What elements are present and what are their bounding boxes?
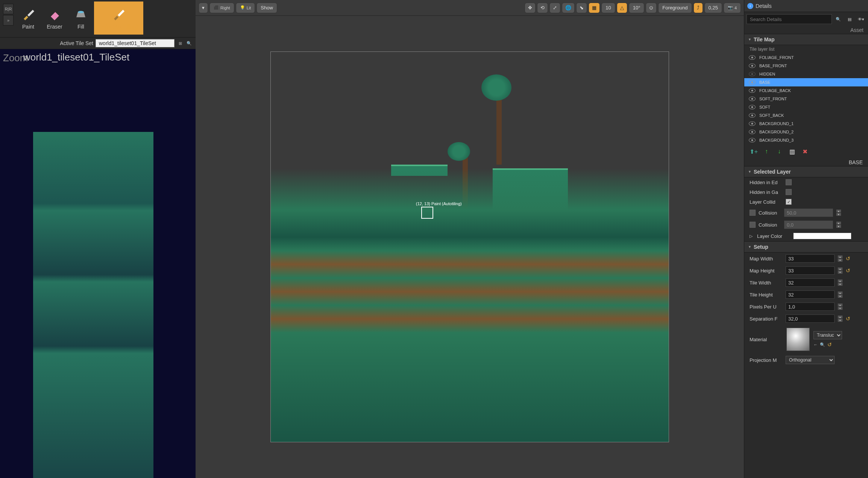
tileset-viewport[interactable]: Zoom world1_tileset01_TileSet bbox=[0, 49, 196, 478]
camera-speed-icon[interactable]: ⤴ bbox=[693, 3, 703, 13]
visibility-eye-icon[interactable] bbox=[749, 80, 756, 85]
hidden-game-checkbox[interactable] bbox=[786, 189, 792, 195]
visibility-eye-icon[interactable] bbox=[749, 138, 756, 142]
move-gizmo-button[interactable]: ✥ bbox=[525, 3, 536, 13]
spinner[interactable]: ▴▾ bbox=[838, 291, 843, 298]
pixels-per-unit-input[interactable] bbox=[786, 303, 835, 311]
visibility-eye-icon[interactable] bbox=[749, 121, 756, 126]
reset-icon[interactable]: ↺ bbox=[846, 256, 850, 262]
layer-item-foliage_back[interactable]: FOLIAGE_BACK bbox=[744, 86, 868, 95]
perspective-button[interactable]: ⬛Right bbox=[209, 3, 234, 13]
visibility-eye-icon[interactable] bbox=[749, 105, 756, 109]
eye-dropdown-icon[interactable]: 👁▾ bbox=[856, 14, 866, 24]
spinner[interactable]: ▴▾ bbox=[838, 267, 843, 274]
camera-count[interactable]: 📷4 bbox=[724, 3, 741, 13]
reset-icon[interactable]: ↺ bbox=[827, 342, 832, 348]
paint-tool[interactable]: Paint bbox=[15, 2, 41, 35]
layer-name: BASE_FRONT bbox=[759, 64, 787, 68]
material-dropdown[interactable]: Transluc bbox=[813, 331, 842, 339]
grid-snap-button[interactable]: ▦ bbox=[589, 3, 600, 13]
section-setup[interactable]: Setup bbox=[744, 241, 868, 253]
angle-snap-value[interactable]: 10° bbox=[629, 3, 645, 13]
reset-icon[interactable]: ↺ bbox=[846, 268, 850, 274]
lit-button[interactable]: 💡Lit bbox=[236, 3, 255, 13]
hidden-editor-checkbox[interactable] bbox=[786, 179, 792, 185]
spinner[interactable]: ▴▾ bbox=[838, 315, 843, 322]
material-thumbnail[interactable] bbox=[786, 328, 810, 351]
mirror-horizontal-button[interactable]: R|R bbox=[3, 4, 14, 14]
layer-item-background_1[interactable]: BACKGROUND_1 bbox=[744, 120, 868, 128]
grid-snap-value[interactable]: 10 bbox=[601, 3, 615, 13]
eraser-tool[interactable]: Eraser bbox=[41, 2, 68, 35]
show-button[interactable]: Show bbox=[256, 3, 277, 13]
layer-item-foliage_front[interactable]: FOLIAGE_FRONT bbox=[744, 53, 868, 62]
tileset-dropdown[interactable]: world1_tileset01_TileSet bbox=[96, 39, 175, 47]
expand-icon[interactable]: ▷ bbox=[750, 234, 753, 239]
viewport-options-button[interactable]: ▾ bbox=[199, 3, 208, 13]
visibility-eye-icon[interactable] bbox=[749, 88, 756, 93]
delete-layer-icon[interactable]: ✖ bbox=[801, 147, 809, 156]
spinner[interactable]: ▴▾ bbox=[838, 255, 843, 262]
collision-thickness-input[interactable] bbox=[784, 209, 833, 217]
layer-item-soft_back[interactable]: SOFT_BACK bbox=[744, 111, 868, 120]
fill-tool[interactable]: Fill bbox=[68, 2, 94, 35]
angle-snap-button[interactable]: △ bbox=[617, 3, 627, 13]
tile-width-input[interactable] bbox=[786, 278, 835, 287]
map-height-input[interactable] bbox=[786, 266, 835, 275]
scale-snap-button[interactable]: ⊙ bbox=[646, 3, 657, 13]
magnifier-icon[interactable]: 🔍 bbox=[186, 40, 193, 47]
tilemap-canvas[interactable]: (12, 13) Paint (Autotiling) bbox=[270, 51, 669, 442]
tile-height-input[interactable] bbox=[786, 290, 835, 299]
collision-offset-input[interactable] bbox=[784, 221, 833, 229]
layer-mode-button[interactable]: Foreground bbox=[658, 3, 692, 13]
collision-off-enable[interactable] bbox=[750, 222, 756, 228]
browse-icon[interactable]: 🔍 bbox=[820, 342, 825, 347]
reset-icon[interactable]: ↺ bbox=[846, 316, 850, 322]
camera-speed-value[interactable]: 0,25 bbox=[704, 3, 722, 13]
visibility-eye-icon[interactable] bbox=[749, 130, 756, 134]
surface-snap-button[interactable]: ⬊ bbox=[576, 3, 587, 13]
spinner[interactable]: ▴▾ bbox=[836, 209, 841, 216]
layer-collides-checkbox[interactable] bbox=[786, 199, 792, 205]
collision-thick-enable[interactable] bbox=[750, 210, 756, 216]
search-icon[interactable]: 🔍 bbox=[833, 14, 843, 24]
scale-gizmo-button[interactable]: ⤢ bbox=[549, 3, 560, 13]
add-layer-icon[interactable]: ⬆+ bbox=[750, 147, 758, 156]
visibility-eye-icon[interactable] bbox=[749, 55, 756, 60]
visibility-eye-icon[interactable] bbox=[749, 113, 756, 118]
world-local-button[interactable]: 🌐 bbox=[562, 3, 575, 13]
layer-item-hidden[interactable]: HIDDEN bbox=[744, 70, 868, 78]
separation-input[interactable] bbox=[786, 315, 835, 323]
map-width-input[interactable] bbox=[786, 254, 835, 263]
spinner[interactable]: ▴▾ bbox=[838, 303, 843, 310]
move-down-icon[interactable]: ↓ bbox=[775, 147, 783, 156]
layer-item-base[interactable]: BASE bbox=[744, 78, 868, 86]
spinner[interactable]: ▴▾ bbox=[836, 221, 841, 228]
bucket-icon bbox=[73, 6, 89, 22]
layer-color-swatch[interactable] bbox=[793, 233, 851, 239]
autotile-tool[interactable]: Paint (Autotiling) bbox=[94, 2, 143, 35]
layer-item-soft_front[interactable]: SOFT_FRONT bbox=[744, 95, 868, 103]
layer-item-background_3[interactable]: BACKGROUND_3 bbox=[744, 136, 868, 144]
tilemap-viewport[interactable]: (12, 13) Paint (Autotiling) bbox=[196, 16, 744, 478]
search-details-input[interactable] bbox=[747, 14, 832, 24]
section-selected-layer[interactable]: Selected Layer bbox=[744, 166, 868, 177]
move-up-icon[interactable]: ↑ bbox=[762, 147, 771, 156]
layer-name: SOFT_FRONT bbox=[759, 97, 787, 101]
expand-tools-button[interactable]: » bbox=[3, 15, 14, 26]
layer-item-base_front[interactable]: BASE_FRONT bbox=[744, 62, 868, 70]
spinner[interactable]: ▴▾ bbox=[838, 279, 843, 286]
visibility-eye-icon[interactable] bbox=[749, 64, 756, 68]
filter-icon[interactable]: ▤ bbox=[845, 14, 854, 24]
use-selected-icon[interactable]: ← bbox=[813, 342, 818, 347]
duplicate-layer-icon[interactable]: ▥ bbox=[788, 147, 796, 156]
projection-dropdown[interactable]: Orthogonal bbox=[786, 356, 835, 364]
rotate-gizmo-button[interactable]: ⟲ bbox=[537, 3, 548, 13]
layer-item-background_2[interactable]: BACKGROUND_2 bbox=[744, 128, 868, 136]
tileset-image[interactable] bbox=[33, 132, 153, 478]
visibility-eye-icon[interactable] bbox=[749, 72, 756, 76]
grid-icon[interactable]: ⊞ bbox=[177, 40, 184, 47]
layer-item-soft[interactable]: SOFT bbox=[744, 103, 868, 111]
visibility-eye-icon[interactable] bbox=[749, 97, 756, 101]
section-tilemap[interactable]: Tile Map bbox=[744, 34, 868, 45]
